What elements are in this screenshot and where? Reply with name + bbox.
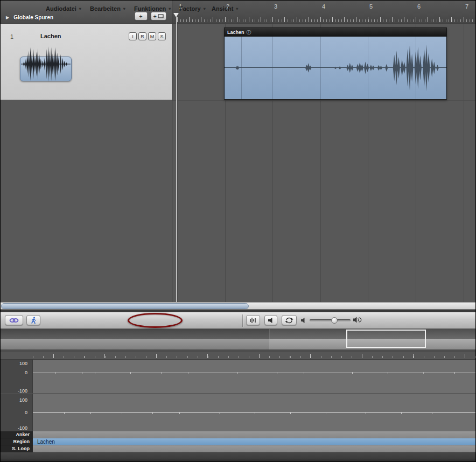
anchor-row-lane[interactable] xyxy=(33,431,476,438)
waveform-blip xyxy=(423,372,424,374)
waveform-blip xyxy=(304,372,304,374)
editor-major-ticks xyxy=(33,354,476,358)
waveform-blip xyxy=(55,372,55,374)
waveform-blip xyxy=(90,412,91,414)
waveform-blip xyxy=(237,372,237,374)
prelisten-button[interactable] xyxy=(264,315,277,325)
toolbar-separator xyxy=(242,314,243,327)
menu-bearbeiten[interactable]: Bearbeiten ▾ xyxy=(90,4,125,13)
menu-ansicht[interactable]: Ansicht ▾ xyxy=(212,4,238,13)
waveform-blip xyxy=(388,372,388,374)
solo-button[interactable]: S xyxy=(158,32,166,40)
waveform-blip xyxy=(82,372,82,374)
track-row-divider xyxy=(172,100,476,101)
scrollbar-thumb[interactable] xyxy=(1,303,249,309)
scale-label: 100 xyxy=(1,361,27,366)
track-waveform-thumbnail[interactable] xyxy=(19,46,73,83)
menu-audiodatei[interactable]: Audiodatei ▾ xyxy=(46,4,81,13)
waveform-blip xyxy=(255,412,255,414)
track-header-lachen[interactable]: 1 Lachen I R M S xyxy=(1,24,172,100)
region-row-lane[interactable]: Lachen xyxy=(33,438,476,445)
waveform-blip xyxy=(454,372,455,374)
sample-loop-row: S. Loop xyxy=(1,445,476,452)
overview-view-rectangle[interactable] xyxy=(346,330,426,348)
waveform-blip xyxy=(290,412,291,414)
chevron-down-icon: ▾ xyxy=(169,6,171,11)
bar-number: 4 xyxy=(322,3,325,10)
speaker-icon xyxy=(268,317,274,324)
bar-number: 3 xyxy=(274,3,277,10)
region-waveform-body[interactable] xyxy=(225,37,446,99)
editor-waveform-display[interactable]: 100 0 -100 100 0 -100 xyxy=(1,360,476,431)
horizontal-scrollbar[interactable] xyxy=(1,302,476,310)
catch-playhead-button[interactable] xyxy=(26,315,40,325)
sample-loop-row-label: S. Loop xyxy=(1,445,33,452)
track-name[interactable]: Lachen xyxy=(40,33,61,39)
plus-icon: + xyxy=(139,13,142,19)
waveform-display-button[interactable] xyxy=(246,315,260,325)
bar-number: 6 xyxy=(417,3,421,10)
waveform-blip xyxy=(162,372,162,374)
volume-high-icon xyxy=(353,316,362,324)
annotation-highlight-circle xyxy=(128,313,183,328)
running-man-icon xyxy=(30,317,37,324)
waveform-blip xyxy=(95,372,95,374)
record-enable-button[interactable]: R xyxy=(138,32,146,40)
sample-loop-row-lane[interactable] xyxy=(33,445,476,452)
link-button[interactable] xyxy=(5,315,23,325)
waveform-blip xyxy=(277,372,277,374)
tracklist-lane-divider[interactable] xyxy=(172,1,172,302)
chevron-down-icon: ▾ xyxy=(123,6,125,11)
waveform-blip xyxy=(326,412,326,414)
volume-slider[interactable] xyxy=(310,319,351,321)
chevron-down-icon: ▾ xyxy=(236,6,238,11)
menu-label: Funktionen xyxy=(134,5,166,12)
channel2-zero-line xyxy=(33,412,476,413)
region-waveform xyxy=(225,37,446,99)
thumbnail-waveform xyxy=(21,46,71,82)
region-name: Lachen xyxy=(227,30,244,35)
track-number: 1 xyxy=(10,33,13,40)
volume-low-icon xyxy=(300,317,306,324)
audio-file-overview[interactable] xyxy=(1,329,476,349)
overview-region-extent xyxy=(1,329,270,349)
arrange-track-lane[interactable]: Lachen ⓘ xyxy=(172,24,476,302)
waveform-blip xyxy=(401,412,402,414)
scale-label: 0 xyxy=(1,410,27,415)
input-monitor-button[interactable]: I xyxy=(129,32,137,40)
menu-factory[interactable]: Factory ▾ xyxy=(179,4,206,13)
link-icon xyxy=(9,317,19,324)
waveform-blip xyxy=(219,412,220,414)
region-row-name: Lachen xyxy=(37,439,55,445)
menu-label: Ansicht xyxy=(212,5,233,12)
audio-region-lachen[interactable]: Lachen ⓘ xyxy=(224,27,447,100)
chevron-down-icon: ▾ xyxy=(79,6,81,11)
editor-time-ruler[interactable] xyxy=(1,352,476,360)
menu-label: Bearbeiten xyxy=(90,5,121,12)
waveform-blip xyxy=(432,412,433,414)
menu-funktionen[interactable]: Funktionen ▾ xyxy=(134,4,171,13)
waveform-blip xyxy=(122,412,122,414)
anchor-row-label: Anker xyxy=(1,431,33,438)
anchor-row: Anker xyxy=(1,431,476,438)
region-header[interactable]: Lachen ⓘ xyxy=(225,28,446,37)
mute-button[interactable]: M xyxy=(148,32,156,40)
volume-slider-thumb[interactable] xyxy=(331,317,338,324)
cycle-button[interactable] xyxy=(282,315,297,325)
playhead-line xyxy=(176,17,177,302)
ruler-major-ticks xyxy=(177,17,476,22)
region-row-label: Region xyxy=(1,438,33,445)
waveform-blip xyxy=(188,372,188,374)
global-tracks-label: Globale Spuren xyxy=(13,15,53,20)
menu-label: Factory xyxy=(179,5,201,12)
info-icon: ⓘ xyxy=(247,29,251,36)
amplitude-scale-gutter: 100 0 -100 100 0 -100 xyxy=(1,360,33,431)
loop-arrows-icon xyxy=(285,317,293,324)
scale-label: 100 xyxy=(1,397,27,403)
menu-label: Audiodatei xyxy=(46,5,76,12)
channel1-zero-line xyxy=(33,373,476,373)
channel-divider xyxy=(1,393,476,394)
disclosure-triangle-icon[interactable]: ▶ xyxy=(6,15,9,20)
waveform-blip xyxy=(152,412,153,414)
plus-icon: + xyxy=(153,13,157,19)
